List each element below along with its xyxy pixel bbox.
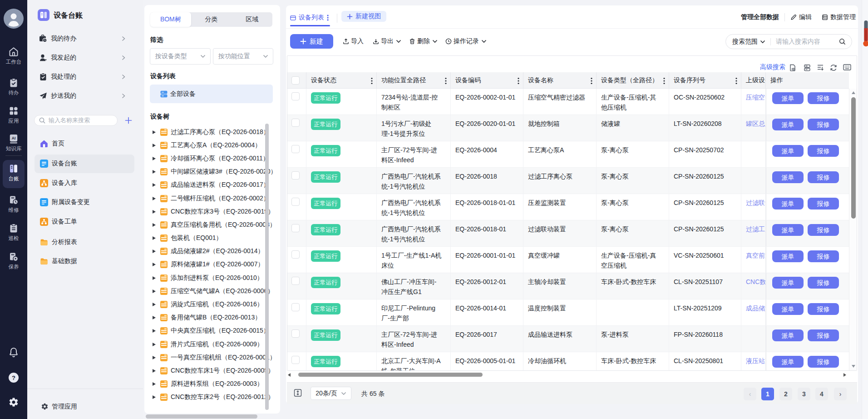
svg-text:AI: AI: [12, 136, 16, 140]
svg-text:?: ?: [12, 374, 15, 381]
